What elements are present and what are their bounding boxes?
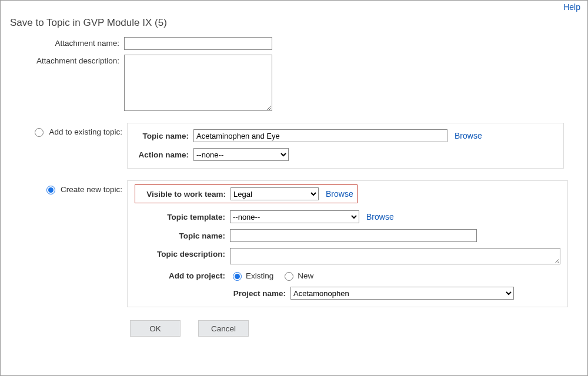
visible-work-team-select[interactable]: Legal <box>230 187 319 200</box>
project-existing-option[interactable]: Existing <box>230 270 273 281</box>
project-name-select[interactable]: Acetamonophen <box>290 287 514 300</box>
visible-work-team-highlight: Visible to work team: Legal Browse <box>135 184 358 203</box>
page-title: Save to Topic in GVP Module IX (5) <box>10 17 582 29</box>
existing-topic-name-label: Topic name: <box>135 132 193 140</box>
create-topic-group: Visible to work team: Legal Browse Topic… <box>127 180 568 307</box>
existing-topic-section: Add to existing topic: Topic name: Brows… <box>6 123 582 169</box>
project-existing-label: Existing <box>246 271 273 280</box>
topic-template-select[interactable]: --none-- <box>230 210 359 223</box>
button-row: OK Cancel <box>130 320 582 337</box>
dialog-window: Help Save to Topic in GVP Module IX (5) … <box>0 0 588 376</box>
create-topic-section: Create new topic: Visible to work team: … <box>6 180 582 307</box>
project-new-radio[interactable] <box>285 272 293 281</box>
visible-work-team-label: Visible to work team: <box>136 190 230 199</box>
topic-template-label: Topic template: <box>135 213 230 221</box>
create-topic-radio[interactable] <box>46 186 55 194</box>
existing-topic-group: Topic name: Browse Action name: --none-- <box>127 123 564 169</box>
existing-topic-radio[interactable] <box>35 128 44 137</box>
create-topic-name-input[interactable] <box>230 229 477 242</box>
project-new-option[interactable]: New <box>282 270 313 281</box>
attachment-desc-label: Attachment description: <box>6 55 124 65</box>
create-topic-desc-label: Topic description: <box>135 248 230 258</box>
attachment-name-label: Attachment name: <box>6 37 124 48</box>
project-new-label: New <box>298 271 313 280</box>
existing-topic-name-input[interactable] <box>193 129 447 142</box>
existing-action-name-label: Action name: <box>135 150 193 159</box>
attachment-name-input[interactable] <box>124 37 272 50</box>
existing-browse-link[interactable]: Browse <box>455 131 482 140</box>
visible-browse-link[interactable]: Browse <box>326 189 353 199</box>
attachment-desc-input[interactable] <box>124 55 272 111</box>
add-to-project-label: Add to project: <box>135 271 230 280</box>
ok-button[interactable]: OK <box>130 320 181 337</box>
create-topic-name-label: Topic name: <box>135 231 230 240</box>
help-link[interactable]: Help <box>563 2 580 12</box>
project-name-label: Project name: <box>135 289 290 298</box>
project-existing-radio[interactable] <box>233 272 242 281</box>
existing-topic-radio-label: Add to existing topic: <box>49 127 122 136</box>
existing-action-name-select[interactable]: --none-- <box>193 148 289 161</box>
cancel-button[interactable]: Cancel <box>198 320 249 337</box>
template-browse-link[interactable]: Browse <box>366 212 394 221</box>
create-topic-desc-input[interactable] <box>230 248 560 264</box>
attachment-desc-row: Attachment description: <box>6 55 582 111</box>
create-topic-radio-label: Create new topic: <box>61 185 122 194</box>
attachment-name-row: Attachment name: <box>6 37 582 50</box>
